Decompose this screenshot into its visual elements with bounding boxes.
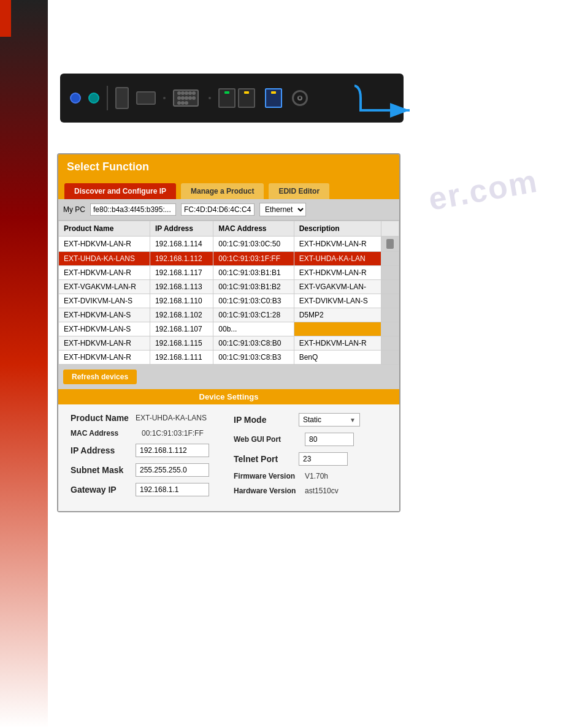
table-row[interactable]: EXT-HDKVM-LAN-R 192.168.1.114 00:1C:91:0… <box>59 237 399 252</box>
settings-hardware-row: Hardware Version ast1510cv <box>234 487 387 495</box>
cell-mac: 00:1C:91:03:B1:B2 <box>213 280 294 294</box>
mypc-mac1-input[interactable] <box>90 203 176 216</box>
device-table: Product Name IP Address MAC Address Desc… <box>58 221 399 365</box>
table-row[interactable]: EXT-VGAKVM-LAN-R 192.168.1.113 00:1C:91:… <box>59 280 399 294</box>
table-row[interactable]: EXT-HDKVM-LAN-S 192.168.1.102 00:1C:91:0… <box>59 308 399 322</box>
cell-scroll <box>381 351 399 365</box>
settings-ip-row: IP Address <box>71 444 224 457</box>
cell-scroll <box>381 266 399 280</box>
cell-product: EXT-VGAKVM-LAN-R <box>59 280 150 294</box>
col-ip: IP Address <box>150 221 213 237</box>
cell-desc: EXT-HDKVM-LAN-R <box>294 237 381 252</box>
mypc-row: My PC Ethernet <box>58 199 399 221</box>
cell-scroll <box>381 280 399 294</box>
cell-product: EXT-UHDA-KA-LANS <box>59 252 150 266</box>
cell-desc: EXT-HDKVM-LAN-R <box>294 336 381 351</box>
mypc-adapter-select[interactable]: Ethernet <box>259 203 306 216</box>
cell-mac: 00b... <box>213 322 294 336</box>
port-hdmi <box>136 91 156 105</box>
tab-discover[interactable]: Discover and Configure IP <box>64 183 176 199</box>
port-rj45-2 <box>238 88 255 108</box>
settings-telnet-input[interactable] <box>299 452 348 466</box>
cell-product: EXT-HDKVM-LAN-R <box>59 266 150 280</box>
settings-ip-mode-row: IP Mode Static ▼ <box>234 413 387 427</box>
col-mac: MAC Address <box>213 221 294 237</box>
cell-scroll <box>381 322 399 336</box>
port-dot-mid <box>209 97 211 99</box>
settings-gateway-input[interactable] <box>136 483 209 496</box>
cell-scroll <box>381 252 399 266</box>
cell-desc: EXT-HDKVM-LAN-R <box>294 266 381 280</box>
table-row[interactable]: EXT-DVIKVM-LAN-S 192.168.1.110 00:1C:91:… <box>59 294 399 308</box>
cell-desc: BenQ <box>294 351 381 365</box>
table-row[interactable]: EXT-HDKVM-LAN-S 192.168.1.107 00b... <box>59 322 399 336</box>
settings-product-name-value: EXT-UHDA-KA-LANS <box>136 414 207 422</box>
col-desc: Description <box>294 221 381 237</box>
panel-title-text: Select Function <box>67 161 149 173</box>
port-usb <box>115 87 129 109</box>
settings-grid: Product Name EXT-UHDA-KA-LANS MAC Addres… <box>58 404 399 511</box>
cell-mac: 00:1C:91:03:C8:B0 <box>213 336 294 351</box>
cell-mac: 00:1C:91:03:1F:FF <box>213 252 294 266</box>
main-content: er.com Select Function Discover and Conf… <box>48 0 563 728</box>
ip-mode-value: Static <box>303 415 321 424</box>
cell-product: EXT-HDKVM-LAN-S <box>59 322 150 336</box>
cell-ip: 192.168.1.111 <box>150 351 213 365</box>
ui-panel: Select Function Discover and Configure I… <box>57 153 400 512</box>
cell-mac: 00:1C:91:03:C8:B3 <box>213 351 294 365</box>
watermark: er.com <box>426 162 540 218</box>
table-row[interactable]: EXT-HDKVM-LAN-R 192.168.1.111 00:1C:91:0… <box>59 351 399 365</box>
cell-ip: 192.168.1.110 <box>150 294 213 308</box>
tab-edid[interactable]: EDID Editor <box>269 183 329 199</box>
cell-product: EXT-HDKVM-LAN-R <box>59 336 150 351</box>
cell-ip: 192.168.1.113 <box>150 280 213 294</box>
settings-gateway-label: Gateway IP <box>71 485 132 495</box>
table-row[interactable]: EXT-UHDA-KA-LANS 192.168.1.112 00:1C:91:… <box>59 252 399 266</box>
cell-ip: 192.168.1.115 <box>150 336 213 351</box>
cell-product: EXT-HDKVM-LAN-R <box>59 237 150 252</box>
cell-product: EXT-HDKVM-LAN-S <box>59 308 150 322</box>
settings-subnet-input[interactable] <box>136 463 209 477</box>
ip-mode-dropdown[interactable]: Static ▼ <box>299 413 360 427</box>
cell-mac: 00:1C:91:03:B1:B1 <box>213 266 294 280</box>
settings-hardware-value: ast1510cv <box>305 487 339 495</box>
port-power <box>292 90 308 106</box>
port-vga <box>173 89 199 107</box>
settings-mac-row: MAC Address 00:1C:91:03:1F:FF <box>71 429 224 438</box>
settings-telnet-label: Telnet Port <box>234 454 295 464</box>
tab-row: Discover and Configure IP Manage a Produ… <box>58 180 399 199</box>
table-row[interactable]: EXT-HDKVM-LAN-R 192.168.1.117 00:1C:91:0… <box>59 266 399 280</box>
cell-mac: 00:1C:91:03:C0:B3 <box>213 294 294 308</box>
mypc-mac2-input[interactable] <box>181 203 255 216</box>
settings-mac-value: 00:1C:91:03:1F:FF <box>142 429 204 438</box>
cell-scroll <box>381 294 399 308</box>
cell-ip: 192.168.1.102 <box>150 308 213 322</box>
cell-scroll <box>381 308 399 322</box>
tab-manage[interactable]: Manage a Product <box>181 183 264 199</box>
arrow-container <box>348 74 422 124</box>
cell-product: EXT-DVIKVM-LAN-S <box>59 294 150 308</box>
settings-firmware-label: Firmware Version <box>234 472 301 480</box>
power-ring <box>297 96 302 100</box>
settings-subnet-row: Subnet Mask <box>71 463 224 477</box>
settings-ip-mode-label: IP Mode <box>234 415 295 425</box>
port-circle-teal <box>88 93 99 104</box>
cell-desc: EXT-DVIKVM-LAN-S <box>294 294 381 308</box>
settings-web-gui-input[interactable] <box>305 433 354 446</box>
settings-left-col: Product Name EXT-UHDA-KA-LANS MAC Addres… <box>66 411 229 505</box>
cell-desc: EXT-UHDA-KA-LAN <box>294 252 381 266</box>
settings-subnet-label: Subnet Mask <box>71 465 132 475</box>
table-row[interactable]: EXT-HDKVM-LAN-R 192.168.1.115 00:1C:91:0… <box>59 336 399 351</box>
cell-desc <box>294 322 381 336</box>
settings-web-gui-row: Web GUI Port <box>234 433 387 446</box>
port-divider <box>107 86 108 110</box>
cell-product: EXT-HDKVM-LAN-R <box>59 351 150 365</box>
settings-ip-input[interactable] <box>136 444 209 457</box>
left-bar <box>0 0 48 728</box>
port-rj45-active <box>265 88 282 108</box>
settings-gateway-row: Gateway IP <box>71 483 224 496</box>
refresh-button[interactable]: Refresh devices <box>63 370 137 384</box>
left-bar-accent <box>0 0 11 37</box>
cell-ip: 192.168.1.107 <box>150 322 213 336</box>
settings-mac-label: MAC Address <box>71 429 138 438</box>
